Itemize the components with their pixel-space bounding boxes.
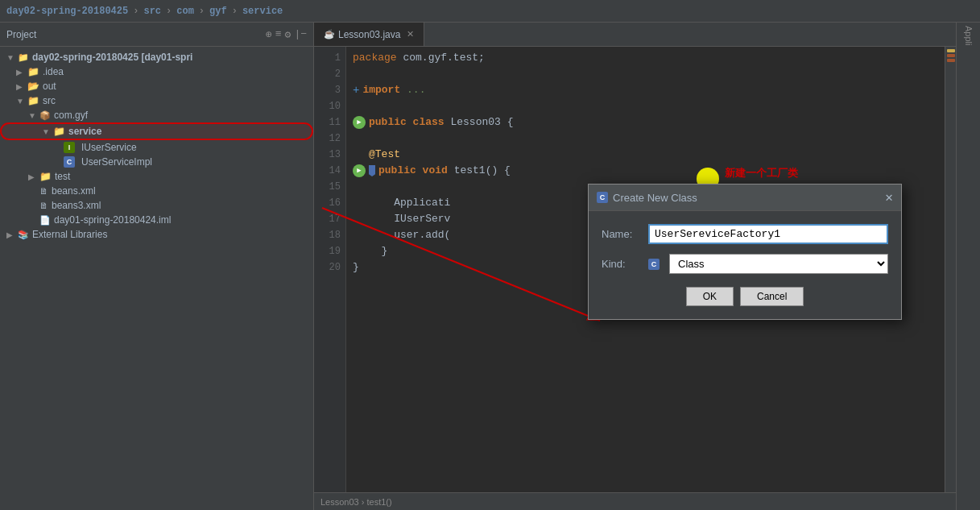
sync-icon[interactable]: ⊕ xyxy=(266,28,272,41)
interface-icon: I xyxy=(64,142,75,153)
modal-name-input[interactable] xyxy=(648,224,888,244)
folder-icon-idea: 📁 xyxy=(27,66,39,77)
code-line-10 xyxy=(353,98,938,114)
far-right-label: Appli xyxy=(964,26,974,45)
tree-item-service[interactable]: ▼ 📁 service xyxy=(0,122,313,140)
breadcrumb-com[interactable]: com xyxy=(176,6,194,17)
folder-icon-out: 📂 xyxy=(27,81,39,92)
modal-title-bar: C Create New Class ✕ xyxy=(589,185,901,211)
package-icon: 📦 xyxy=(39,110,51,121)
modal-buttons: OK Cancel xyxy=(602,287,888,306)
modal-name-label: Name: xyxy=(602,228,642,240)
modal-cancel-button[interactable]: Cancel xyxy=(740,287,804,306)
scroll-marker-1 xyxy=(947,49,955,52)
arrow-out: ▶ xyxy=(16,82,24,91)
tree-item-beansxml[interactable]: 🗎 beans.xml xyxy=(0,184,313,198)
tree-item-test[interactable]: ▶ 📁 test xyxy=(0,169,313,184)
modal-kind-select[interactable]: Class Interface Enum Annotation xyxy=(669,254,888,274)
tree-label-comgyf: com.gyf xyxy=(54,110,88,121)
code-line-1: package com.gyf.test; xyxy=(353,50,938,66)
arrow-test: ▶ xyxy=(28,172,36,181)
tree-label-out: out xyxy=(43,81,56,92)
breadcrumb-project[interactable]: day02-spring-20180425 xyxy=(6,6,128,17)
modal-ok-button[interactable]: OK xyxy=(686,287,734,306)
editor-scrollbar[interactable] xyxy=(945,47,956,492)
breadcrumb-src[interactable]: src xyxy=(143,6,161,17)
tree-item-out[interactable]: ▶ 📂 out xyxy=(0,79,313,93)
modal-title: Create New Class xyxy=(613,192,697,204)
code-line-3: + import ... xyxy=(353,82,938,98)
code-line-12 xyxy=(353,131,938,147)
tree-label-iuserservice: IUserService xyxy=(81,142,137,153)
sidebar-header: Project ⊕ ≡ ⚙ |− xyxy=(0,23,313,47)
bookmark-icon-14 xyxy=(369,165,375,176)
arrow-src: ▼ xyxy=(16,97,24,106)
dialog-class-icon: C xyxy=(597,192,608,203)
tree-item-root[interactable]: ▼ 📁 day02-spring-20180425 [day01-spri xyxy=(0,50,313,64)
folder-icon-src: 📁 xyxy=(27,95,39,106)
tree-label-beans3xml: beans3.xml xyxy=(52,200,101,211)
modal-close-button[interactable]: ✕ xyxy=(885,189,893,205)
arrow-idea: ▶ xyxy=(16,68,24,77)
tree-label-idea: .idea xyxy=(43,66,64,77)
code-line-2 xyxy=(353,66,938,82)
tree-item-iml[interactable]: 📄 day01-spring-20180424.iml xyxy=(0,213,313,227)
tab-label: Lesson03.java xyxy=(338,29,400,40)
line-numbers: 1 2 3 10 11 12 13 14 15 16 17 18 19 20 xyxy=(314,47,346,492)
modal-kind-label: Kind: xyxy=(602,258,642,270)
breadcrumb-service[interactable]: service xyxy=(242,6,283,17)
tab-close-icon[interactable]: ✕ xyxy=(407,29,414,39)
tree-label-test: test xyxy=(55,171,70,182)
xml-icon-beans: 🗎 xyxy=(39,186,48,196)
folder-icon-test: 📁 xyxy=(39,171,52,182)
scroll-marker-2 xyxy=(947,54,955,57)
collapse-icon[interactable]: ≡ xyxy=(275,28,282,41)
tree-label-beansxml: beans.xml xyxy=(52,185,96,197)
sep1: › xyxy=(133,6,139,17)
xml-icon-beans3: 🗎 xyxy=(39,201,48,210)
modal-body: Name: Kind: C Class Interface Enum Annot… xyxy=(589,211,901,319)
create-class-dialog[interactable]: C Create New Class ✕ Name: Kind: C Class xyxy=(588,184,902,320)
tree-item-userserviceimpl[interactable]: C UserServiceImpl xyxy=(0,155,313,169)
tab-lesson03[interactable]: ☕ Lesson03.java ✕ xyxy=(314,23,424,46)
kind-class-icon: C xyxy=(648,259,660,270)
editor-panel: ☕ Lesson03.java ✕ 1 2 3 10 11 12 13 14 1… xyxy=(314,23,956,510)
breadcrumb-gyf[interactable]: gyf xyxy=(209,6,227,17)
tree-item-beans3xml[interactable]: 🗎 beans3.xml xyxy=(0,198,313,213)
project-icon: 📁 xyxy=(18,52,29,63)
tree-item-extlib[interactable]: ▶ 📚 External Libraries xyxy=(0,227,313,242)
tree-item-src[interactable]: ▼ 📁 src xyxy=(0,93,313,108)
run-gutter-icon[interactable]: ▶ xyxy=(353,116,366,129)
modal-kind-row: Kind: C Class Interface Enum Annotation xyxy=(602,254,888,274)
iml-icon: 📄 xyxy=(39,215,51,226)
code-line-11: ▶ public class Lesson03 { xyxy=(353,114,938,131)
run-gutter-icon-14[interactable]: ▶ xyxy=(353,164,366,177)
gear-icon[interactable]: ⚙ xyxy=(285,28,292,41)
arrow-service: ▼ xyxy=(42,127,50,136)
settings-icon[interactable]: |− xyxy=(294,28,307,41)
arrow-ext: ▶ xyxy=(6,230,14,239)
code-path: Lesson03 › test1() xyxy=(320,497,392,507)
sep3: › xyxy=(199,6,205,17)
tree-label-src: src xyxy=(43,95,56,106)
arrow-root: ▼ xyxy=(6,53,14,62)
tab-bar: ☕ Lesson03.java ✕ xyxy=(314,23,956,47)
modal-name-row: Name: xyxy=(602,224,888,244)
java-file-icon: ☕ xyxy=(324,29,335,39)
far-right-panel: Appli xyxy=(956,23,980,510)
class-icon-tree: C xyxy=(64,156,75,168)
tree-label-extlib: External Libraries xyxy=(32,229,107,240)
library-icon: 📚 xyxy=(18,230,29,240)
breadcrumb-bar: day02-spring-20180425 › src › com › gyf … xyxy=(0,0,980,23)
tree-item-comgyf[interactable]: ▼ 📦 com.gyf xyxy=(0,108,313,122)
tree-item-idea[interactable]: ▶ 📁 .idea xyxy=(0,64,313,79)
tree-label-service: service xyxy=(68,126,101,137)
sep4: › xyxy=(232,6,238,17)
code-line-14: ▶ public void test1() { xyxy=(353,163,938,179)
arrow-comgyf: ▼ xyxy=(28,111,36,120)
tree-label-root: day02-spring-20180425 [day01-spri xyxy=(32,52,192,63)
scroll-marker-3 xyxy=(947,59,955,62)
expand-icon[interactable]: + xyxy=(353,82,359,98)
sidebar-icons: ⊕ ≡ ⚙ |− xyxy=(266,28,307,41)
tree-item-iuserservice[interactable]: I IUserService xyxy=(0,140,313,155)
